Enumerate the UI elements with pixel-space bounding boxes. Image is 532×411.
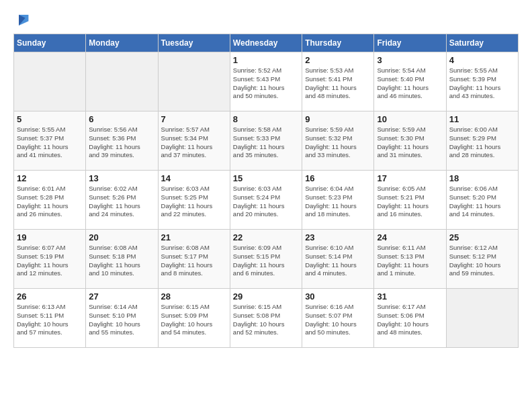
calendar-cell: 3Sunrise: 5:54 AM Sunset: 5:40 PM Daylig…	[374, 52, 446, 111]
cell-info: Sunrise: 6:01 AM Sunset: 5:28 PM Dayligh…	[17, 185, 83, 219]
calendar-cell	[446, 289, 518, 348]
calendar-cell: 1Sunrise: 5:52 AM Sunset: 5:43 PM Daylig…	[230, 52, 302, 111]
page-header	[13, 13, 519, 27]
cell-info: Sunrise: 6:16 AM Sunset: 5:07 PM Dayligh…	[305, 303, 371, 337]
calendar-cell	[86, 52, 158, 111]
cell-info: Sunrise: 6:10 AM Sunset: 5:14 PM Dayligh…	[305, 244, 371, 278]
day-number: 26	[17, 291, 83, 302]
day-number: 29	[233, 291, 299, 302]
cell-info: Sunrise: 5:59 AM Sunset: 5:30 PM Dayligh…	[377, 126, 443, 160]
calendar-cell: 13Sunrise: 6:02 AM Sunset: 5:26 PM Dayli…	[86, 171, 158, 230]
calendar-table: Sunday Monday Tuesday Wednesday Thursday…	[13, 34, 519, 348]
calendar-cell: 17Sunrise: 6:05 AM Sunset: 5:21 PM Dayli…	[374, 171, 446, 230]
day-number: 24	[377, 232, 443, 242]
day-number: 1	[233, 55, 299, 65]
cell-info: Sunrise: 6:03 AM Sunset: 5:24 PM Dayligh…	[233, 185, 299, 219]
calendar-cell: 11Sunrise: 6:00 AM Sunset: 5:29 PM Dayli…	[446, 111, 518, 171]
cell-info: Sunrise: 5:55 AM Sunset: 5:39 PM Dayligh…	[449, 66, 515, 101]
calendar-cell: 26Sunrise: 6:13 AM Sunset: 5:11 PM Dayli…	[14, 289, 86, 348]
cell-info: Sunrise: 6:08 AM Sunset: 5:18 PM Dayligh…	[89, 244, 154, 278]
day-number: 23	[305, 232, 371, 242]
calendar-cell: 6Sunrise: 5:56 AM Sunset: 5:36 PM Daylig…	[86, 111, 158, 171]
cell-info: Sunrise: 6:09 AM Sunset: 5:15 PM Dayligh…	[233, 244, 299, 278]
day-number: 4	[449, 55, 515, 65]
cell-info: Sunrise: 6:14 AM Sunset: 5:10 PM Dayligh…	[89, 303, 154, 337]
day-number: 14	[161, 173, 227, 183]
header-tuesday: Tuesday	[158, 34, 230, 52]
calendar-cell: 7Sunrise: 5:57 AM Sunset: 5:34 PM Daylig…	[158, 111, 230, 171]
cell-info: Sunrise: 6:15 AM Sunset: 5:09 PM Dayligh…	[161, 303, 227, 337]
day-number: 6	[89, 114, 154, 124]
day-number: 22	[233, 232, 299, 242]
calendar-cell: 23Sunrise: 6:10 AM Sunset: 5:14 PM Dayli…	[302, 230, 374, 289]
header-thursday: Thursday	[302, 34, 374, 52]
day-number: 13	[89, 173, 154, 183]
day-number: 12	[17, 173, 83, 183]
calendar-week-row: 12Sunrise: 6:01 AM Sunset: 5:28 PM Dayli…	[14, 171, 519, 230]
calendar-cell: 22Sunrise: 6:09 AM Sunset: 5:15 PM Dayli…	[230, 230, 302, 289]
calendar-cell: 2Sunrise: 5:53 AM Sunset: 5:41 PM Daylig…	[302, 52, 374, 111]
calendar-cell: 30Sunrise: 6:16 AM Sunset: 5:07 PM Dayli…	[302, 289, 374, 348]
cell-info: Sunrise: 6:12 AM Sunset: 5:12 PM Dayligh…	[449, 244, 515, 278]
day-number: 5	[17, 114, 83, 124]
calendar-body: 1Sunrise: 5:52 AM Sunset: 5:43 PM Daylig…	[14, 52, 519, 348]
cell-info: Sunrise: 6:13 AM Sunset: 5:11 PM Dayligh…	[17, 303, 83, 337]
calendar-week-row: 1Sunrise: 5:52 AM Sunset: 5:43 PM Daylig…	[14, 52, 519, 111]
day-number: 20	[89, 232, 154, 242]
calendar-header: Sunday Monday Tuesday Wednesday Thursday…	[14, 34, 519, 52]
calendar-week-row: 19Sunrise: 6:07 AM Sunset: 5:19 PM Dayli…	[14, 230, 519, 289]
day-number: 17	[377, 173, 443, 183]
day-number: 2	[305, 55, 371, 65]
day-number: 7	[161, 114, 227, 124]
calendar-cell: 18Sunrise: 6:06 AM Sunset: 5:20 PM Dayli…	[446, 171, 518, 230]
header-wednesday: Wednesday	[230, 34, 302, 52]
cell-info: Sunrise: 6:07 AM Sunset: 5:19 PM Dayligh…	[17, 244, 83, 278]
cell-info: Sunrise: 5:52 AM Sunset: 5:43 PM Dayligh…	[233, 66, 299, 101]
calendar-cell: 9Sunrise: 5:59 AM Sunset: 5:32 PM Daylig…	[302, 111, 374, 171]
calendar-cell: 21Sunrise: 6:08 AM Sunset: 5:17 PM Dayli…	[158, 230, 230, 289]
day-number: 18	[449, 173, 515, 183]
day-number: 31	[377, 291, 443, 302]
calendar-cell: 28Sunrise: 6:15 AM Sunset: 5:09 PM Dayli…	[158, 289, 230, 348]
header-saturday: Saturday	[446, 34, 518, 52]
logo-icon	[13, 13, 30, 27]
calendar-cell: 4Sunrise: 5:55 AM Sunset: 5:39 PM Daylig…	[446, 52, 518, 111]
calendar-cell: 12Sunrise: 6:01 AM Sunset: 5:28 PM Dayli…	[14, 171, 86, 230]
header-sunday: Sunday	[14, 34, 86, 52]
day-number: 9	[305, 114, 371, 124]
day-number: 3	[377, 55, 443, 65]
day-number: 19	[17, 232, 83, 242]
calendar-cell: 14Sunrise: 6:03 AM Sunset: 5:25 PM Dayli…	[158, 171, 230, 230]
header-monday: Monday	[86, 34, 158, 52]
day-number: 27	[89, 291, 154, 302]
calendar-cell	[14, 52, 86, 111]
calendar-cell: 19Sunrise: 6:07 AM Sunset: 5:19 PM Dayli…	[14, 230, 86, 289]
day-number: 21	[161, 232, 227, 242]
calendar-cell: 27Sunrise: 6:14 AM Sunset: 5:10 PM Dayli…	[86, 289, 158, 348]
calendar-week-row: 26Sunrise: 6:13 AM Sunset: 5:11 PM Dayli…	[14, 289, 519, 348]
day-number: 25	[449, 232, 515, 242]
calendar-cell: 16Sunrise: 6:04 AM Sunset: 5:23 PM Dayli…	[302, 171, 374, 230]
cell-info: Sunrise: 6:08 AM Sunset: 5:17 PM Dayligh…	[161, 244, 227, 278]
logo	[13, 13, 32, 27]
cell-info: Sunrise: 6:00 AM Sunset: 5:29 PM Dayligh…	[449, 126, 515, 160]
day-number: 11	[449, 114, 515, 124]
calendar-cell: 10Sunrise: 5:59 AM Sunset: 5:30 PM Dayli…	[374, 111, 446, 171]
cell-info: Sunrise: 5:57 AM Sunset: 5:34 PM Dayligh…	[161, 126, 227, 160]
calendar-cell	[158, 52, 230, 111]
calendar-cell: 15Sunrise: 6:03 AM Sunset: 5:24 PM Dayli…	[230, 171, 302, 230]
day-number: 8	[233, 114, 299, 124]
cell-info: Sunrise: 5:55 AM Sunset: 5:37 PM Dayligh…	[17, 126, 83, 160]
calendar-cell: 8Sunrise: 5:58 AM Sunset: 5:33 PM Daylig…	[230, 111, 302, 171]
day-number: 10	[377, 114, 443, 124]
calendar-cell: 25Sunrise: 6:12 AM Sunset: 5:12 PM Dayli…	[446, 230, 518, 289]
calendar-cell: 29Sunrise: 6:15 AM Sunset: 5:08 PM Dayli…	[230, 289, 302, 348]
day-number: 15	[233, 173, 299, 183]
cell-info: Sunrise: 6:02 AM Sunset: 5:26 PM Dayligh…	[89, 185, 154, 219]
calendar-week-row: 5Sunrise: 5:55 AM Sunset: 5:37 PM Daylig…	[14, 111, 519, 171]
cell-info: Sunrise: 6:05 AM Sunset: 5:21 PM Dayligh…	[377, 185, 443, 219]
calendar-cell: 31Sunrise: 6:17 AM Sunset: 5:06 PM Dayli…	[374, 289, 446, 348]
calendar-cell: 5Sunrise: 5:55 AM Sunset: 5:37 PM Daylig…	[14, 111, 86, 171]
cell-info: Sunrise: 6:06 AM Sunset: 5:20 PM Dayligh…	[449, 185, 515, 219]
header-friday: Friday	[374, 34, 446, 52]
